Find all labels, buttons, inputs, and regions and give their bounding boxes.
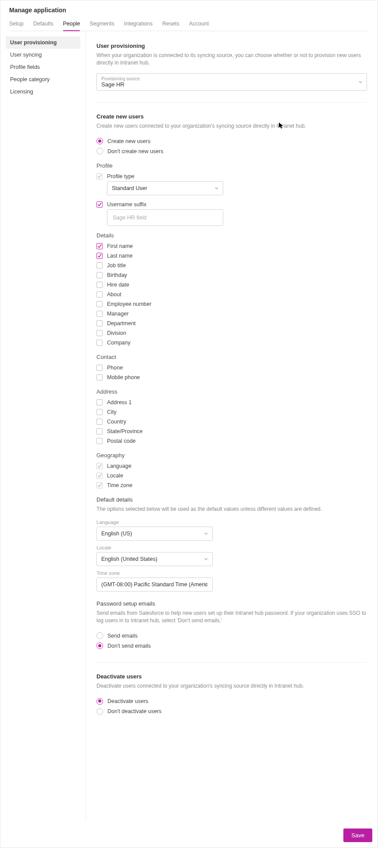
details-checkbox-3[interactable] xyxy=(96,272,103,278)
contact-checkbox-0[interactable] xyxy=(96,365,103,371)
profile-type-label: Profile type xyxy=(107,173,135,179)
password-emails-radio-1[interactable] xyxy=(96,642,103,649)
sidebar-item-licensing[interactable]: Licensing xyxy=(6,86,80,98)
deactivate-users-radio-0[interactable] xyxy=(96,698,103,705)
default-0-select[interactable]: English (US) xyxy=(96,527,213,541)
select-value: English (US) xyxy=(101,531,208,537)
address-checkbox-4[interactable] xyxy=(96,438,103,444)
password-emails-radio-0[interactable] xyxy=(96,632,103,639)
top-tabs: SetupDefaultsPeopleSegmentsIntegrationsR… xyxy=(9,18,369,31)
select-value: Standard User xyxy=(112,185,218,191)
address-label-1: City xyxy=(107,409,117,415)
default-1-label: Locale xyxy=(96,545,367,550)
contact-heading: Contact xyxy=(96,354,367,360)
select-value: Sage HR xyxy=(101,81,362,88)
deactivate-users-radio-label-0: Deactivate users xyxy=(107,698,148,704)
details-label-10: Company xyxy=(107,340,131,346)
password-emails-radio-label-1: Don't send emails xyxy=(107,643,151,649)
save-button[interactable]: Save xyxy=(343,829,372,842)
sidebar: User provisioningUser syncingProfile fie… xyxy=(0,31,86,821)
section-create-users: Create new users Create new users connec… xyxy=(96,102,367,660)
profile-type-checkbox[interactable] xyxy=(96,173,103,179)
address-label-3: State/Province xyxy=(107,428,143,434)
default-details-heading: Default details xyxy=(96,496,367,503)
details-label-2: Job title xyxy=(107,262,126,269)
address-label-4: Postal code xyxy=(107,438,136,444)
tab-setup[interactable]: Setup xyxy=(9,18,24,31)
create-users-radio-1[interactable] xyxy=(96,148,103,154)
details-label-6: Employee number xyxy=(107,301,151,307)
tab-people[interactable]: People xyxy=(63,18,80,31)
page-title: Manage application xyxy=(9,7,369,14)
details-label-9: Division xyxy=(107,330,126,336)
sidebar-item-people-category[interactable]: People category xyxy=(6,73,80,86)
details-checkbox-7[interactable] xyxy=(96,311,103,317)
section-desc: Deactivate users connected to your organ… xyxy=(96,682,367,690)
create-users-radio-label-0: Create new users xyxy=(107,138,150,144)
details-checkbox-5[interactable] xyxy=(96,291,103,298)
details-checkbox-4[interactable] xyxy=(96,282,103,288)
address-checkbox-3[interactable] xyxy=(96,428,103,434)
details-label-3: Birthday xyxy=(107,272,127,278)
geography-heading: Geography xyxy=(96,452,367,459)
select-value: English (United States) xyxy=(101,556,208,562)
section-desc: When your organization is connected to i… xyxy=(96,52,367,67)
address-checkbox-0[interactable] xyxy=(96,399,103,405)
chevron-down-icon xyxy=(204,558,208,560)
details-label-7: Manager xyxy=(107,311,128,317)
provisioning-source-select[interactable]: Provisioning source: Sage HR xyxy=(96,73,367,91)
details-label-1: Last name xyxy=(107,253,132,259)
default-0-label: Language xyxy=(96,520,367,525)
default-2-select[interactable]: (GMT-08:00) Pacific Standard Time (Ameri… xyxy=(96,577,213,592)
username-suffix-input[interactable] xyxy=(107,209,223,226)
geography-checkbox-0[interactable] xyxy=(96,463,103,469)
details-checkbox-9[interactable] xyxy=(96,330,103,336)
details-checkbox-10[interactable] xyxy=(96,340,103,346)
details-checkbox-2[interactable] xyxy=(96,262,103,269)
default-details-desc: The options selected below will be used … xyxy=(96,506,367,513)
select-label: Provisioning source: xyxy=(101,76,362,81)
create-users-radio-label-1: Don't create new users xyxy=(107,148,163,154)
tab-resets[interactable]: Resets xyxy=(162,18,179,31)
select-value: (GMT-08:00) Pacific Standard Time (Ameri… xyxy=(101,581,208,588)
details-label-4: Hire date xyxy=(107,282,129,288)
contact-label-1: Mobile phone xyxy=(107,374,140,380)
details-label-8: Department xyxy=(107,320,136,326)
geography-label-0: Language xyxy=(107,463,132,469)
profile-type-select[interactable]: Standard User xyxy=(107,181,223,195)
username-suffix-checkbox[interactable] xyxy=(96,201,103,208)
username-suffix-label: Username suffix xyxy=(107,201,146,208)
sidebar-item-profile-fields[interactable]: Profile fields xyxy=(6,61,80,73)
geography-checkbox-2[interactable] xyxy=(96,482,103,488)
address-label-2: Country xyxy=(107,419,126,425)
default-2-label: Time zone xyxy=(96,570,367,576)
address-checkbox-2[interactable] xyxy=(96,419,103,425)
geography-checkbox-1[interactable] xyxy=(96,473,103,479)
deactivate-users-radio-1[interactable] xyxy=(96,708,103,715)
address-checkbox-1[interactable] xyxy=(96,409,103,415)
section-title: Deactivate users xyxy=(96,673,367,680)
tab-integrations[interactable]: Integrations xyxy=(124,18,153,31)
section-desc: Create new users connected to your organ… xyxy=(96,122,367,130)
details-checkbox-6[interactable] xyxy=(96,301,103,307)
tab-account[interactable]: Account xyxy=(189,18,209,31)
default-1-select[interactable]: English (United States) xyxy=(96,552,213,566)
contact-checkbox-1[interactable] xyxy=(96,374,103,380)
chevron-down-icon xyxy=(215,187,218,190)
tab-defaults[interactable]: Defaults xyxy=(33,18,53,31)
password-emails-desc: Send emails from Salesforce to help new … xyxy=(96,610,367,625)
details-checkbox-0[interactable] xyxy=(96,243,103,249)
tab-segments[interactable]: Segments xyxy=(89,18,114,31)
password-emails-heading: Password setup emails xyxy=(96,600,367,607)
create-users-radio-0[interactable] xyxy=(96,138,103,144)
details-label-5: About xyxy=(107,291,121,298)
chevron-down-icon xyxy=(204,532,208,534)
details-checkbox-1[interactable] xyxy=(96,253,103,259)
details-heading: Details xyxy=(96,232,367,239)
sidebar-item-user-provisioning[interactable]: User provisioning xyxy=(6,36,80,49)
address-heading: Address xyxy=(96,388,367,395)
contact-label-0: Phone xyxy=(107,365,123,371)
sidebar-item-user-syncing[interactable]: User syncing xyxy=(6,49,80,61)
details-checkbox-8[interactable] xyxy=(96,320,103,326)
chevron-down-icon xyxy=(359,81,362,83)
